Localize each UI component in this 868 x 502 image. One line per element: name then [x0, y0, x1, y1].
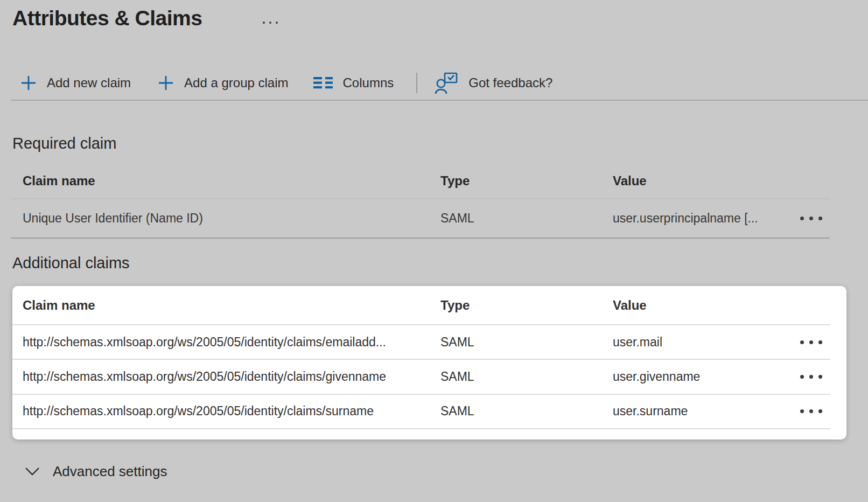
additional-claims-table: Claim name Type Value http://schemas.xml…	[12, 286, 846, 440]
feedback-person-icon	[435, 72, 458, 94]
ellipsis-icon	[800, 340, 804, 344]
toolbar-rule	[11, 100, 868, 101]
claim-type-cell: SAML	[440, 325, 474, 359]
required-claim-heading: Required claim	[12, 135, 116, 152]
columns-button[interactable]: Columns	[313, 71, 394, 95]
column-header-type: Type	[440, 170, 470, 192]
got-feedback-button[interactable]: Got feedback?	[435, 71, 552, 95]
claim-value-cell: user.userprincipalname [...	[613, 199, 758, 238]
page-title: Attributes & Claims	[12, 6, 202, 30]
claim-name-cell[interactable]: http://schemas.xmlsoap.org/ws/2005/05/id…	[23, 359, 386, 394]
additional-claims-heading: Additional claims	[12, 254, 130, 272]
claim-row-emailaddress[interactable]: http://schemas.xmlsoap.org/ws/2005/05/id…	[12, 325, 830, 359]
plus-icon	[20, 75, 37, 91]
chevron-down-icon	[25, 467, 40, 476]
column-header-value: Value	[613, 286, 647, 325]
claim-row-surname[interactable]: http://schemas.xmlsoap.org/ws/2005/05/id…	[12, 394, 830, 428]
claim-value-cell: user.mail	[613, 325, 662, 359]
row-menu-button[interactable]	[800, 325, 822, 359]
ellipsis-icon	[809, 340, 813, 344]
column-header-claim-name: Claim name	[23, 286, 95, 325]
claim-name-cell[interactable]: http://schemas.xmlsoap.org/ws/2005/05/id…	[23, 325, 386, 359]
row-menu-button[interactable]	[800, 359, 822, 394]
claim-name-cell[interactable]: http://schemas.xmlsoap.org/ws/2005/05/id…	[23, 394, 374, 428]
row-menu-button[interactable]	[800, 199, 822, 238]
toolbar-divider	[416, 73, 417, 93]
claim-type-cell: SAML	[440, 359, 474, 394]
column-header-type: Type	[440, 286, 470, 325]
column-header-value: Value	[613, 170, 647, 192]
ellipsis-icon	[800, 217, 804, 220]
table-divider	[12, 428, 830, 429]
required-claim-row[interactable]: Unique User Identifier (Name ID) SAML us…	[11, 199, 830, 238]
claim-value-cell: user.givenname	[613, 359, 700, 394]
add-new-claim-button[interactable]: Add new claim	[20, 71, 131, 95]
plus-icon	[158, 75, 174, 91]
ellipsis-icon	[818, 217, 822, 220]
ellipsis-icon	[809, 217, 813, 220]
required-claim-table-header: Claim name Type Value	[11, 170, 830, 192]
claim-row-givenname[interactable]: http://schemas.xmlsoap.org/ws/2005/05/id…	[12, 359, 830, 394]
advanced-settings-expander[interactable]: Advanced settings	[18, 458, 173, 485]
ellipsis-icon	[276, 22, 278, 24]
claim-type-cell: SAML	[440, 394, 474, 428]
ellipsis-icon	[818, 409, 822, 413]
page-more-options-button[interactable]	[261, 19, 280, 26]
ellipsis-icon	[809, 375, 813, 379]
ellipsis-icon	[818, 375, 822, 379]
row-menu-button[interactable]	[800, 394, 822, 428]
claim-type-cell: SAML	[440, 199, 474, 238]
ellipsis-icon	[269, 22, 271, 24]
additional-claims-table-header: Claim name Type Value	[12, 286, 830, 325]
ellipsis-icon	[809, 409, 813, 413]
columns-icon	[313, 76, 333, 90]
got-feedback-label: Got feedback?	[468, 75, 552, 90]
ellipsis-icon	[800, 409, 804, 413]
columns-label: Columns	[343, 75, 394, 90]
claim-value-cell: user.surname	[613, 394, 688, 428]
ellipsis-icon	[263, 22, 265, 24]
column-header-claim-name: Claim name	[23, 170, 95, 192]
command-bar: Add new claim Add a group claim Columns	[0, 71, 868, 95]
ellipsis-icon	[818, 340, 822, 344]
table-divider	[11, 238, 830, 239]
add-new-claim-label: Add new claim	[47, 75, 131, 90]
add-group-claim-label: Add a group claim	[184, 75, 288, 90]
add-group-claim-button[interactable]: Add a group claim	[158, 71, 288, 95]
ellipsis-icon	[800, 375, 804, 379]
advanced-settings-label: Advanced settings	[53, 463, 167, 480]
claim-name-cell[interactable]: Unique User Identifier (Name ID)	[23, 199, 203, 238]
